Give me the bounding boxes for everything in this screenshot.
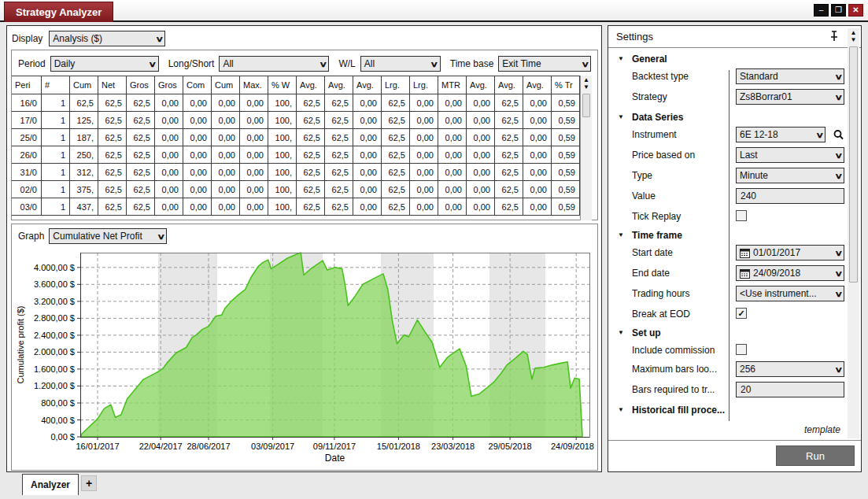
table-cell: 62,5 xyxy=(382,164,410,181)
table-cell: 0,00 xyxy=(353,164,382,181)
table-cell: 0,00 xyxy=(523,198,552,216)
column-header[interactable]: Avg. xyxy=(297,76,325,94)
tick-replay-checkbox[interactable] xyxy=(736,210,747,221)
table-cell: 62,5 xyxy=(325,94,353,112)
column-header[interactable]: Avg. xyxy=(353,76,382,94)
chevron-down-icon: ∨ xyxy=(829,172,843,180)
table-cell: 62,5 xyxy=(297,112,325,129)
include-commission-checkbox[interactable] xyxy=(736,344,747,355)
tab-analyzer[interactable]: Analyzer xyxy=(22,474,79,495)
maximum-bars-loo-dropdown[interactable]: 256∨ xyxy=(736,361,844,377)
table-cell: 62,5 xyxy=(98,112,127,129)
settings-scrollbar[interactable]: ▲ ▼ xyxy=(848,28,859,438)
column-header[interactable]: Lrg. xyxy=(382,76,410,94)
scrollbar-thumb[interactable] xyxy=(849,46,858,283)
section-header-data-series[interactable]: ▼Data Series xyxy=(611,111,841,125)
table-scrollbar[interactable]: ▲ ▼ xyxy=(580,76,592,220)
chevron-down-icon: ∨ xyxy=(144,60,157,68)
section-header-historical-fill-proce[interactable]: ▼Historical fill proce... xyxy=(611,404,841,418)
break-at-eod-checkbox[interactable]: ✓ xyxy=(736,308,747,319)
column-header[interactable]: Gros xyxy=(155,76,183,94)
table-cell: 62,5 xyxy=(325,181,353,198)
scroll-up-icon[interactable]: ▲ xyxy=(851,30,857,36)
table-cell: 0,00 xyxy=(183,198,212,216)
backtest-type-dropdown[interactable]: Standard∨ xyxy=(736,68,844,84)
column-header[interactable]: Lrg. xyxy=(410,76,438,94)
column-header[interactable]: Com xyxy=(183,76,212,94)
column-header[interactable]: MTR xyxy=(438,76,467,94)
column-header[interactable]: Max. xyxy=(240,76,268,94)
column-header[interactable]: Avg. xyxy=(523,76,552,94)
trading-hours-dropdown[interactable]: <Use instrument...∨ xyxy=(736,286,844,301)
table-cell: 100, xyxy=(268,164,297,181)
add-tab-button[interactable]: + xyxy=(81,475,97,491)
table-row[interactable]: 16/0162,562,562,50,000,000,000,00100,62,… xyxy=(12,94,580,112)
column-header[interactable]: Gros xyxy=(127,76,155,94)
field-label: Include commission xyxy=(632,345,729,356)
price-based-on-dropdown[interactable]: Last∨ xyxy=(736,147,844,163)
column-header[interactable]: % Tr xyxy=(552,76,580,94)
svg-text:23/03/2018: 23/03/2018 xyxy=(431,442,475,451)
end-date-dropdown[interactable]: 24/09/2018∨ xyxy=(736,265,844,281)
table-cell: 0,00 xyxy=(240,129,268,146)
column-header[interactable]: Avg. xyxy=(325,76,353,94)
timebase-dropdown[interactable]: Exit Time∨ xyxy=(498,56,591,72)
section-header-set-up[interactable]: ▼Set up xyxy=(611,327,841,341)
svg-text:03/09/2017: 03/09/2017 xyxy=(251,442,294,451)
period-dropdown[interactable]: Daily∨ xyxy=(50,56,159,72)
column-header[interactable]: Avg. xyxy=(495,76,523,94)
table-cell: 0,00 xyxy=(523,129,552,146)
column-header[interactable]: Net xyxy=(98,76,127,94)
table-cell: 0,00 xyxy=(438,181,467,198)
pin-icon[interactable] xyxy=(829,31,839,44)
chevron-down-icon: ∨ xyxy=(829,269,843,278)
scroll-down-icon[interactable]: ▼ xyxy=(851,37,857,43)
section-header-time-frame[interactable]: ▼Time frame xyxy=(611,229,841,243)
column-header[interactable]: Cum xyxy=(70,76,98,94)
table-cell: 62,5 xyxy=(98,181,127,198)
table-cell: 31/0 xyxy=(12,164,42,181)
table-row[interactable]: 03/01437,62,562,50,000,000,000,00100,62,… xyxy=(12,198,580,216)
table-row[interactable]: 02/01375,62,562,50,000,000,000,00100,62,… xyxy=(12,181,580,198)
table-row[interactable]: 31/01312,62,562,50,000,000,000,00100,62,… xyxy=(12,164,580,181)
table-row[interactable]: 17/01125,62,562,50,000,000,000,00100,62,… xyxy=(12,112,580,129)
table-cell: 0,00 xyxy=(353,112,382,129)
scrollbar-thumb[interactable] xyxy=(582,94,590,117)
section-header-general[interactable]: ▼General xyxy=(611,53,841,67)
table-cell: 0,00 xyxy=(353,129,382,146)
table-row[interactable]: 26/01250,62,562,50,000,000,000,00100,62,… xyxy=(12,146,580,164)
graph-groupbox: Graph Cumulative Net Profit∨ 0,00 $400,0… xyxy=(11,224,598,471)
table-cell: 0,00 xyxy=(410,112,438,129)
table-cell: 0,00 xyxy=(410,129,438,146)
settings-row-bars-required-to-tr: Bars required to tr...20 xyxy=(611,380,841,401)
type-dropdown[interactable]: Minute∨ xyxy=(736,168,844,183)
start-date-dropdown[interactable]: 01/01/2017∨ xyxy=(736,245,844,261)
display-dropdown[interactable]: Analysis ($) ∨ xyxy=(49,31,165,46)
bars-required-to-tr-input[interactable]: 20 xyxy=(736,382,844,397)
column-header[interactable]: % W xyxy=(268,76,297,94)
svg-text:24/09/2018: 24/09/2018 xyxy=(551,442,594,451)
table-cell: 0,00 xyxy=(410,164,438,181)
close-button[interactable]: ✕ xyxy=(848,4,863,17)
table-cell: 100, xyxy=(268,129,297,146)
strategy-dropdown[interactable]: Zs8Borrar01∨ xyxy=(736,89,844,105)
run-button[interactable]: Run xyxy=(776,445,855,466)
column-header[interactable]: # xyxy=(42,76,70,94)
settings-row-end-date: End date24/09/2018∨ xyxy=(611,264,841,284)
instrument-dropdown[interactable]: 6E 12-18∨ xyxy=(736,127,826,142)
scroll-up-icon[interactable]: ▲ xyxy=(583,77,589,83)
graph-dropdown[interactable]: Cumulative Net Profit∨ xyxy=(49,228,167,244)
column-header[interactable]: Avg. xyxy=(467,76,495,94)
value-input[interactable]: 240 xyxy=(736,188,844,204)
table-cell: 62,5 xyxy=(382,181,410,198)
scroll-down-icon[interactable]: ▼ xyxy=(583,84,589,91)
table-row[interactable]: 25/01187,62,562,50,000,000,000,00100,62,… xyxy=(12,129,580,146)
maximize-button[interactable]: ❐ xyxy=(831,4,846,17)
column-header[interactable]: Cum xyxy=(212,76,240,94)
minimize-button[interactable]: – xyxy=(814,4,829,17)
wl-dropdown[interactable]: All∨ xyxy=(360,56,441,72)
column-header[interactable]: Peri xyxy=(12,76,42,94)
template-link[interactable]: template xyxy=(804,424,840,435)
longshort-dropdown[interactable]: All∨ xyxy=(219,56,329,72)
search-icon[interactable] xyxy=(830,127,846,142)
